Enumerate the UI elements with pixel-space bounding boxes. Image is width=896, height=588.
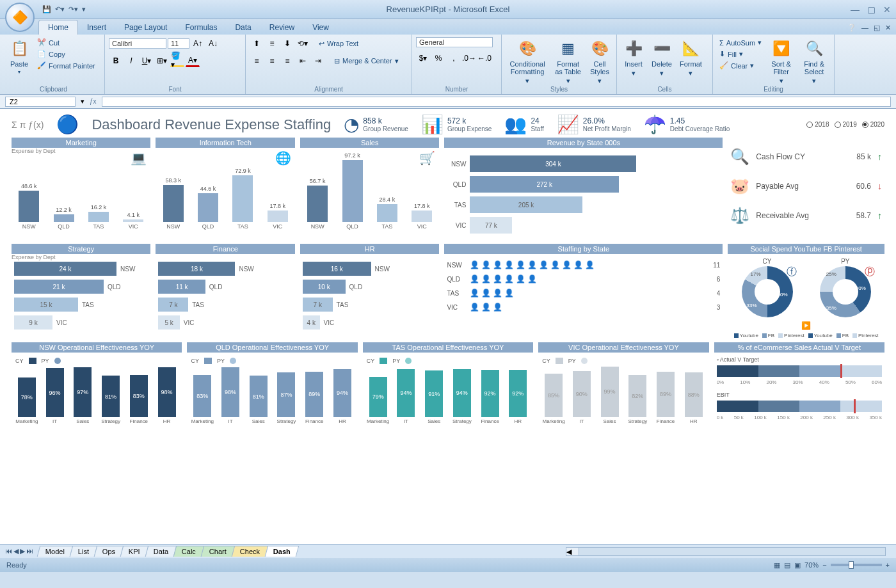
find-select-button[interactable]: 🔍Find & Select▾ (798, 37, 830, 86)
sheet-calc[interactable]: Calc (173, 546, 205, 557)
sheet-list[interactable]: List (70, 546, 98, 557)
sheet-ops[interactable]: Ops (94, 546, 124, 557)
minimize-icon[interactable]: — (851, 4, 860, 15)
shrink-font-icon[interactable]: A↓ (206, 37, 220, 50)
pie-icon: ◔ (344, 114, 359, 135)
kpi-margin-value: 26.0% (583, 116, 631, 125)
min-ribbon-icon[interactable]: — (861, 24, 868, 32)
cut-button[interactable]: ✂️Cut (35, 37, 98, 48)
tab-prev-icon[interactable]: ◀ (13, 547, 19, 555)
wrap-text-button[interactable]: ↩Wrap Text (316, 38, 361, 49)
comma-icon[interactable]: , (447, 52, 461, 65)
ecomm-header: % of eCommerse Sales Actual V Target (714, 342, 884, 353)
tab-formulas[interactable]: Formulas (176, 20, 226, 35)
font-name-select[interactable] (109, 38, 166, 49)
font-size-select[interactable] (168, 38, 189, 49)
staffing-chart: NSW👤👤👤👤👤👤👤👤👤👤👤11QLD👤👤👤👤👤👤6TAS👤👤👤👤4VIC👤👤👤… (444, 255, 723, 322)
cell-styles-icon: 🎨 (589, 38, 610, 59)
year-2018-radio[interactable]: 2018 (806, 121, 829, 128)
cell-styles-button[interactable]: 🎨Cell Styles▾ (587, 37, 612, 86)
donut-py-label: PY (820, 258, 871, 265)
indent-inc-icon[interactable]: ⇥ (311, 54, 325, 67)
strategy-chart: 24 kNSW21 kQLD15 kTAS9 kVIC (12, 255, 150, 336)
paste-button[interactable]: 📋Paste▾ (6, 37, 32, 76)
year-2019-radio[interactable]: 2019 (835, 121, 857, 128)
tab-page-layout[interactable]: Page Layout (115, 20, 176, 35)
copy-button[interactable]: 📄Copy (35, 49, 98, 60)
qat-more-icon[interactable]: ▾ (82, 5, 86, 13)
save-icon[interactable]: 💾 (42, 5, 51, 13)
sheet-dash[interactable]: Dash (265, 546, 299, 557)
format-painter-button[interactable]: 🖌️Format Painter (35, 60, 98, 71)
fx-icon[interactable]: ƒx (90, 98, 97, 105)
format-cells-button[interactable]: 📐Format▾ (677, 37, 705, 79)
conditional-format-button[interactable]: 🎨Conditional Formatting▾ (506, 37, 549, 86)
border-button[interactable]: ⊞▾ (155, 54, 169, 67)
sheet-data[interactable]: Data (145, 546, 177, 557)
year-2020-radio[interactable]: 2020 (862, 121, 884, 128)
tab-next-icon[interactable]: ▶ (20, 547, 25, 555)
tab-view[interactable]: View (303, 20, 338, 35)
zoom-slider[interactable] (831, 564, 882, 566)
bold-button[interactable]: B (109, 54, 123, 67)
dec-dec-icon[interactable]: ←.0 (477, 52, 492, 65)
maximize-icon[interactable]: ▢ (867, 4, 876, 15)
name-box[interactable] (5, 97, 76, 107)
align-center-icon[interactable]: ≡ (265, 54, 279, 67)
alignment-group-label: Alignment (246, 86, 412, 93)
office-button[interactable]: 🔶 (5, 3, 35, 32)
align-left-icon[interactable]: ≡ (250, 54, 264, 67)
tab-home[interactable]: Home (38, 20, 78, 35)
tab-review[interactable]: Review (260, 20, 303, 35)
view-layout-icon[interactable]: ▤ (784, 561, 790, 569)
redo-icon[interactable]: ↷▾ (68, 5, 78, 13)
indent-dec-icon[interactable]: ⇤ (296, 54, 310, 67)
currency-icon[interactable]: $▾ (416, 52, 430, 65)
percent-icon[interactable]: % (431, 52, 445, 65)
zoom-out-icon[interactable]: − (822, 561, 826, 569)
align-bottom-icon[interactable]: ⬇ (280, 37, 294, 50)
italic-button[interactable]: I (124, 54, 138, 67)
tab-insert[interactable]: Insert (78, 20, 115, 35)
up-arrow-icon: ↑ (877, 152, 882, 162)
sheet-check[interactable]: Check (232, 546, 269, 557)
align-middle-icon[interactable]: ≡ (265, 37, 279, 50)
sheet-model[interactable]: Model (37, 546, 74, 557)
merge-center-button[interactable]: ⊟Merge & Center▾ (332, 56, 401, 67)
revenue-state-header: Revenue by State 000s (444, 138, 723, 148)
close-doc-icon[interactable]: ✕ (885, 24, 891, 32)
undo-icon[interactable]: ↶▾ (55, 5, 65, 13)
fill-button[interactable]: ⬇Fill▾ (717, 49, 764, 60)
font-color-button[interactable]: A▾ (186, 54, 200, 67)
sheet-chart[interactable]: Chart (201, 546, 235, 557)
formula-input[interactable] (102, 97, 891, 107)
autosum-button[interactable]: ΣAutoSum▾ (717, 37, 764, 48)
dec-inc-icon[interactable]: .0→ (462, 52, 476, 65)
view-break-icon[interactable]: ▣ (794, 561, 801, 569)
sort-filter-button[interactable]: 🔽Sort & Filter▾ (767, 37, 796, 86)
restore-icon[interactable]: ◱ (874, 24, 880, 32)
tab-last-icon[interactable]: ⏭ (26, 547, 33, 555)
sort-icon: 🔽 (771, 38, 792, 59)
view-normal-icon[interactable]: ▦ (774, 561, 780, 569)
tab-data[interactable]: Data (226, 20, 260, 35)
horizontal-scrollbar[interactable]: ◀ (566, 547, 886, 556)
tab-first-icon[interactable]: ⏮ (5, 547, 12, 555)
expense-by-dept-label2: Expense by Dept (12, 254, 56, 260)
format-table-button[interactable]: ▦Format as Table▾ (552, 37, 584, 86)
align-right-icon[interactable]: ≡ (280, 54, 294, 67)
clear-button[interactable]: 🧹Clear▾ (717, 60, 764, 71)
orientation-icon[interactable]: ⟲▾ (296, 37, 310, 50)
grow-font-icon[interactable]: A↑ (191, 37, 205, 50)
number-format-select[interactable] (416, 37, 493, 47)
fill-color-button[interactable]: 🪣▾ (170, 54, 184, 67)
sheet-kpi[interactable]: KPI (120, 546, 148, 557)
delete-cells-button[interactable]: ➖Delete▾ (649, 37, 675, 79)
close-icon[interactable]: ✕ (883, 4, 891, 15)
help-icon[interactable]: ❔ (847, 24, 856, 32)
insert-cells-button[interactable]: ➕Insert▾ (621, 37, 646, 79)
receivable-value: 58.7 (856, 211, 871, 220)
align-top-icon[interactable]: ⬆ (250, 37, 264, 50)
zoom-in-icon[interactable]: + (886, 561, 890, 569)
underline-button[interactable]: U▾ (140, 54, 154, 67)
